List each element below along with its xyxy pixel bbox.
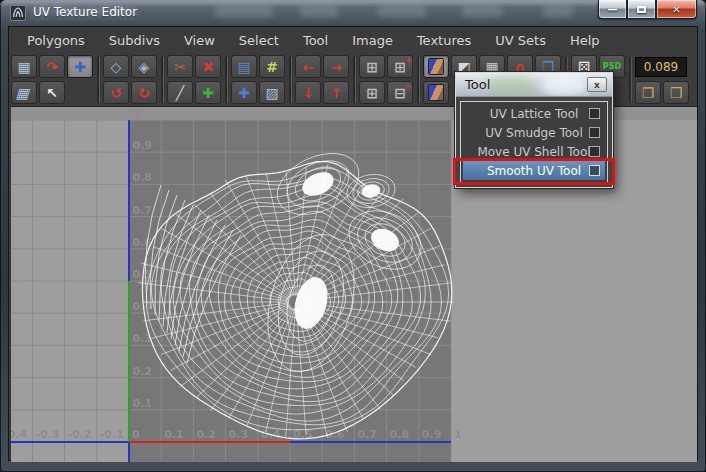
maximize-button[interactable]: [627, 0, 656, 19]
svg-text:-0.1: -0.1: [100, 428, 124, 441]
tool-popup-title: Tool: [465, 77, 490, 92]
grid-uvs-icon: #: [266, 60, 278, 74]
popup-item-label: UV Smudge Tool: [485, 126, 582, 140]
select-shell-alt-icon: ⊞: [366, 86, 378, 100]
align-uv-down-button[interactable]: ↓: [295, 81, 321, 104]
menu-select[interactable]: Select: [231, 29, 287, 52]
popup-item-label: Move UV Shell Tool: [477, 145, 590, 159]
sew-uv-edges-button[interactable]: ✖: [195, 55, 221, 78]
window-title: UV Texture Editor: [33, 5, 137, 19]
align-uv-left-icon: ←: [302, 60, 314, 74]
paste-uvs-button[interactable]: ❒: [663, 81, 689, 104]
svg-text:1: 1: [133, 107, 141, 120]
rotate-ccw-icon: ↺: [110, 86, 122, 100]
menu-tool[interactable]: Tool: [295, 29, 336, 52]
maximize-icon: [637, 6, 646, 13]
menu-uv-sets[interactable]: UV Sets: [487, 29, 554, 52]
copy-uvs-icon: ❐: [642, 86, 655, 100]
tool-popup-titlebar[interactable]: Tool x: [456, 73, 612, 97]
menu-image[interactable]: Image: [344, 29, 401, 52]
svg-text:0: 0: [132, 428, 140, 441]
select-shell-alt-button[interactable]: ⊞: [359, 81, 385, 104]
svg-text:0.1: 0.1: [133, 397, 153, 410]
select-shell-button[interactable]: ⊞: [359, 55, 385, 78]
uv-texture-editor-window: UV Texture Editor — ✕ PolygonsSubdivsVie…: [0, 0, 706, 472]
menu-subdivs[interactable]: Subdivs: [101, 29, 168, 52]
paste-uvs-icon: ❒: [670, 86, 683, 100]
badge-icon: −: [404, 81, 412, 91]
popup-item-uv-lattice-tool[interactable]: UV Lattice Tool: [463, 104, 605, 123]
move-pivot-button[interactable]: ✚: [195, 81, 221, 104]
svg-text:0.9: 0.9: [422, 428, 442, 441]
sew-uv-edges-icon: ✖: [202, 60, 214, 74]
popup-item-smooth-uv-tool[interactable]: Smooth UV Tool: [463, 161, 605, 180]
popup-item-uv-smudge-tool[interactable]: UV Smudge Tool: [463, 123, 605, 142]
grid-uvs-button[interactable]: #: [259, 55, 285, 78]
toolbar-separator: [353, 57, 355, 103]
background-blur: [462, 5, 502, 17]
layout-uvs-button[interactable]: ▤: [231, 55, 257, 78]
window-titlebar[interactable]: UV Texture Editor — ✕: [0, 0, 706, 26]
snap-uvs-icon: ✚: [238, 86, 250, 100]
tool-popup-window: Tool x UV Lattice ToolUV Smudge ToolMove…: [455, 72, 613, 188]
popup-item-label: UV Lattice Tool: [490, 107, 579, 121]
menu-polygons[interactable]: Polygons: [19, 29, 93, 52]
display-solid-button[interactable]: [423, 81, 449, 104]
move-pivot-icon: ✚: [202, 86, 214, 100]
uv-lattice-grid-icon: ▦: [17, 60, 30, 74]
flip-diagonal-button[interactable]: ╱: [167, 81, 193, 104]
background-blur: [543, 5, 573, 17]
toolbar-separator: [225, 57, 227, 103]
align-uv-up-button[interactable]: ↑: [323, 81, 349, 104]
move-uv-button[interactable]: ✚: [67, 55, 93, 78]
menu-view[interactable]: View: [176, 29, 223, 52]
tool-option-box[interactable]: [589, 165, 600, 176]
pyramid-uv-alt-button[interactable]: ◈: [131, 55, 157, 78]
update-psd-networks-icon: PSD: [603, 63, 621, 71]
svg-text:0.2: 0.2: [133, 365, 153, 378]
uv-select-arrow-button[interactable]: ↖: [39, 81, 65, 104]
flip-diagonal-icon: ╱: [176, 86, 184, 100]
background-blur: [300, 5, 338, 17]
menu-textures[interactable]: Textures: [409, 29, 479, 52]
svg-text:-0.2: -0.2: [68, 428, 92, 441]
minimize-button[interactable]: —: [598, 0, 627, 19]
unfold-uvs-button[interactable]: ▨: [259, 81, 285, 104]
tool-option-box[interactable]: [589, 146, 600, 157]
tool-option-box[interactable]: [589, 108, 600, 119]
window-frame: UV Texture Editor — ✕ PolygonsSubdivsVie…: [0, 0, 706, 472]
tool-popup-menu: UV Lattice ToolUV Smudge ToolMove UV She…: [460, 101, 608, 183]
snap-uvs-button[interactable]: ✚: [231, 81, 257, 104]
flip-uv-button[interactable]: ↷: [39, 55, 65, 78]
display-image-button[interactable]: [423, 55, 449, 78]
svg-text:0.2: 0.2: [196, 428, 216, 441]
add-to-shell-button[interactable]: ⊞+: [387, 55, 413, 78]
pyramid-uv-button[interactable]: ◇: [103, 55, 129, 78]
rotate-cw-button[interactable]: ↻: [131, 81, 157, 104]
rotate-ccw-button[interactable]: ↺: [103, 81, 129, 104]
tool-option-box[interactable]: [589, 127, 600, 138]
copy-uvs-button[interactable]: ❐: [635, 81, 661, 104]
uv-lattice-grid-button[interactable]: ▦: [11, 55, 37, 78]
cut-uv-edges-button[interactable]: ✂: [167, 55, 193, 78]
lattice-deform-button[interactable]: ▦: [11, 81, 37, 104]
select-shell-icon: ⊞: [366, 60, 378, 74]
align-uv-left-button[interactable]: ←: [295, 55, 321, 78]
lattice-deform-icon: ▦: [15, 86, 32, 100]
titlebar-blur: [541, 73, 587, 97]
popup-item-move-uv-shell-tool[interactable]: Move UV Shell Tool: [463, 142, 605, 161]
tool-popup-close-button[interactable]: x: [587, 77, 607, 92]
layout-uvs-icon: ▤: [237, 60, 250, 74]
svg-text:0.1: 0.1: [164, 428, 184, 441]
svg-text:1: 1: [454, 428, 462, 441]
smooth-value-field[interactable]: 0.089: [635, 57, 687, 77]
toolbar-separator: [629, 57, 631, 103]
menu-help[interactable]: Help: [562, 29, 608, 52]
toolbar-separator: [161, 57, 163, 103]
align-uv-right-button[interactable]: →: [323, 55, 349, 78]
close-button[interactable]: ✕: [656, 0, 697, 19]
svg-text:-0.3: -0.3: [35, 428, 59, 441]
svg-text:0.8: 0.8: [390, 428, 410, 441]
background-blur: [215, 5, 273, 17]
remove-from-shell-button[interactable]: ⊟−: [387, 81, 413, 104]
